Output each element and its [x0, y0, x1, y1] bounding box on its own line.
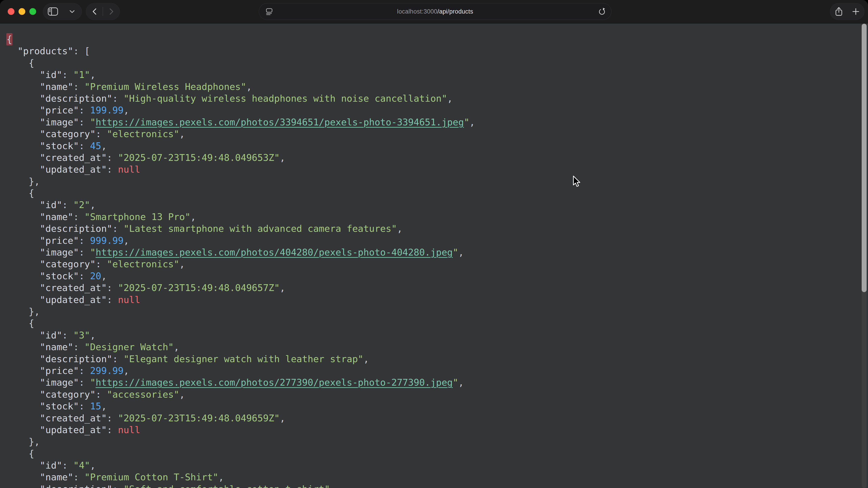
tab-group-dropdown-button[interactable]	[62, 3, 82, 20]
scrollbar-thumb[interactable]	[862, 24, 867, 292]
code-line: "updated_at": null	[6, 424, 868, 436]
code-line: "stock": 20,	[6, 270, 868, 282]
image-link[interactable]: https://images.pexels.com/photos/404280/…	[96, 247, 453, 258]
code-line: {	[6, 448, 868, 459]
new-tab-icon	[852, 8, 860, 15]
url-path: /api/products	[437, 8, 473, 15]
code-line: "description": "High-quality wireless he…	[6, 93, 868, 104]
sidebar-toggle-button[interactable]	[43, 3, 62, 20]
code-line: "id": "3",	[6, 329, 868, 341]
code-line: {	[6, 187, 868, 199]
forward-button[interactable]	[103, 3, 120, 20]
minimize-window-button[interactable]	[19, 8, 25, 15]
new-tab-button[interactable]	[847, 3, 864, 20]
code-line: "id": "1",	[6, 69, 868, 80]
browser-window: localhost:3000/api/products	[0, 0, 868, 488]
sidebar-icon	[48, 7, 58, 16]
page-settings-icon	[266, 8, 273, 15]
code-line: "name": "Premium Cotton T-Shirt",	[6, 471, 868, 483]
code-line: {	[6, 33, 868, 45]
code-line: "updated_at": null	[6, 294, 868, 306]
code-line: "category": "electronics",	[6, 128, 868, 140]
code-line: "created_at": "2025-07-23T15:49:48.04965…	[6, 282, 868, 294]
code-line: "category": "electronics",	[6, 258, 868, 270]
json-content: { "products": [ { "id": "1", "name": "Pr…	[0, 24, 868, 488]
code-line: "image": "https://images.pexels.com/phot…	[6, 247, 868, 258]
code-line: "created_at": "2025-07-23T15:49:48.04965…	[6, 412, 868, 424]
reload-icon	[598, 7, 606, 16]
code-line: "id": "2",	[6, 199, 868, 211]
code-line: "image": "https://images.pexels.com/phot…	[6, 116, 868, 128]
code-line: "updated_at": null	[6, 164, 868, 175]
close-window-button[interactable]	[8, 8, 14, 15]
code-line: },	[6, 306, 868, 318]
code-line: "name": "Premium Wireless Headphones",	[6, 81, 868, 93]
code-line: "image": "https://images.pexels.com/phot…	[6, 377, 868, 388]
chevron-down-icon	[69, 10, 75, 13]
code-line: "description": "Elegant designer watch w…	[6, 353, 868, 365]
code-line: {	[6, 57, 868, 69]
forward-icon	[109, 8, 114, 15]
code-line: "name": "Smartphone 13 Pro",	[6, 211, 868, 223]
code-line: "price": 299.99,	[6, 365, 868, 377]
code-line: "created_at": "2025-07-23T15:49:48.04965…	[6, 152, 868, 164]
code-line: {	[6, 318, 868, 329]
reload-button[interactable]	[598, 7, 606, 16]
page-settings-button[interactable]	[266, 8, 273, 15]
zoom-window-button[interactable]	[29, 8, 36, 15]
code-line: },	[6, 436, 868, 448]
code-line: "stock": 15,	[6, 400, 868, 412]
actions-group	[830, 3, 864, 20]
share-icon	[835, 7, 843, 16]
url-text: localhost:3000/api/products	[397, 8, 473, 15]
code-line: "products": [	[6, 45, 868, 57]
code-line: "description": "Soft and comfortable cot…	[6, 483, 868, 488]
toolbar: localhost:3000/api/products	[0, 0, 868, 24]
share-button[interactable]	[830, 3, 847, 20]
code-line: "description": "Latest smartphone with a…	[6, 223, 868, 234]
back-button[interactable]	[86, 3, 103, 20]
code-line: "price": 999.99,	[6, 235, 868, 247]
address-bar[interactable]: localhost:3000/api/products	[259, 3, 612, 20]
code-line: "category": "accessories",	[6, 389, 868, 400]
code-line: "id": "4",	[6, 459, 868, 471]
code-line: "stock": 45,	[6, 140, 868, 152]
code-line: "price": 199.99,	[6, 104, 868, 116]
sidebar-group	[43, 3, 82, 20]
code-line: },	[6, 175, 868, 187]
code-line: "name": "Designer Watch",	[6, 341, 868, 353]
back-icon	[92, 8, 97, 15]
image-link[interactable]: https://images.pexels.com/photos/3394651…	[96, 117, 464, 128]
url-host: localhost:3000	[397, 8, 437, 15]
image-link[interactable]: https://images.pexels.com/photos/277390/…	[96, 377, 453, 388]
nav-group	[86, 3, 120, 20]
